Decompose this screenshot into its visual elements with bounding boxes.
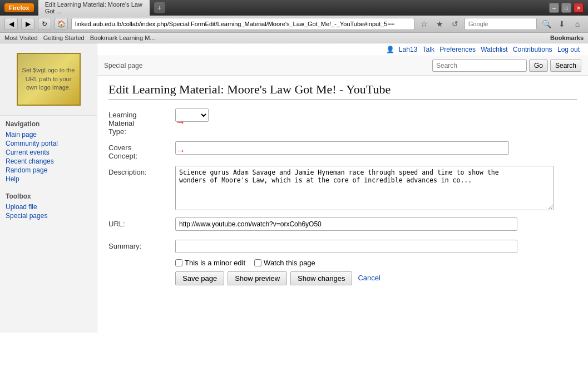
arrow-indicator-1: → <box>175 116 185 128</box>
description-row: Description: <box>108 166 577 212</box>
description-label: Description: <box>108 166 175 176</box>
watch-page-checkbox-label: Watch this page <box>254 259 315 267</box>
summary-row: Summary: <box>108 240 577 253</box>
bookmark-star-icon2[interactable]: ★ <box>433 18 446 30</box>
browser-window: Firefox Edit Learning Material: Moore's … <box>0 0 588 333</box>
sidebar-navigation: Navigation Main page Community portal Cu… <box>0 116 97 188</box>
sidebar-link-upload-file[interactable]: Upload file <box>6 202 91 211</box>
content-header: Special page Go Search <box>97 56 588 76</box>
bookmarks-bar: Most Visited Getting Started Bookmark Le… <box>0 33 588 43</box>
page-title: Edit Learning Material: Moore's Law Got … <box>108 82 577 100</box>
sidebar: Set $wgLogo to the URL path to your own … <box>0 43 97 333</box>
home-button[interactable]: 🏠 <box>55 18 68 30</box>
show-preview-button[interactable]: Show preview <box>228 271 287 285</box>
contributions-link[interactable]: Contributions <box>513 46 552 53</box>
sidebar-link-community-portal[interactable]: Community portal <box>6 139 91 148</box>
minor-edit-checkbox-label: This is a minor edit <box>175 259 245 267</box>
cancel-link[interactable]: Cancel <box>355 271 382 285</box>
username-link[interactable]: Lah13 <box>399 46 417 53</box>
arrow-indicator-2: → <box>175 145 185 157</box>
most-visited-bookmark[interactable]: Most Visited <box>4 34 38 41</box>
page-content: Edit Learning Material: Moore's Law Got … <box>97 76 588 296</box>
go-button[interactable]: Go <box>529 60 548 72</box>
save-page-button[interactable]: Save page <box>175 271 224 285</box>
header-search-input[interactable] <box>432 60 527 72</box>
covers-concept-field <box>175 141 577 155</box>
watch-page-checkbox[interactable] <box>254 259 261 266</box>
close-button[interactable]: ✕ <box>574 3 584 13</box>
logo-placeholder: Set $wgLogo to the URL path to your own … <box>17 53 81 106</box>
user-bar: 👤 Lah13 Talk Preferences Watchlist Contr… <box>97 43 588 56</box>
new-tab-button[interactable]: + <box>154 2 165 13</box>
url-field <box>175 217 577 231</box>
search-icon[interactable]: 🔍 <box>540 18 552 30</box>
user-icon: 👤 <box>386 46 394 53</box>
url-input[interactable] <box>175 217 517 231</box>
getting-started-bookmark[interactable]: Getting Started <box>43 34 85 41</box>
maximize-button[interactable]: □ <box>561 3 571 13</box>
bookmark-star-icon[interactable]: ☆ <box>418 18 430 30</box>
learning-material-type-label: LearningMaterialType: <box>108 108 175 136</box>
sidebar-link-random-page[interactable]: Random page <box>6 166 91 175</box>
forward-button[interactable]: ▶ <box>21 18 34 30</box>
refresh-icon[interactable]: ↺ <box>449 18 461 30</box>
summary-input[interactable] <box>175 240 517 253</box>
logout-link[interactable]: Log out <box>557 46 580 53</box>
learning-material-type-field <box>175 108 577 122</box>
summary-field <box>175 240 577 253</box>
summary-label: Summary: <box>108 240 175 250</box>
navigation-title: Navigation <box>6 120 91 128</box>
learning-material-type-row: → LearningMaterialType: <box>108 108 577 136</box>
browser-search-input[interactable] <box>465 18 537 30</box>
watchlist-link[interactable]: Watchlist <box>481 46 507 53</box>
talk-link[interactable]: Talk <box>423 46 434 53</box>
browser-navbar: ◀ ▶ ↻ 🏠 ☆ ★ ↺ 🔍 ⬇ ⌂ <box>0 16 588 33</box>
covers-concept-row: → CoversConcept: <box>108 141 577 160</box>
download-icon[interactable]: ⬇ <box>556 18 568 30</box>
description-field <box>175 166 577 212</box>
url-label: URL: <box>108 217 175 228</box>
covers-concept-input[interactable] <box>175 141 509 155</box>
sidebar-link-current-events[interactable]: Current events <box>6 148 91 157</box>
firefox-button[interactable]: Firefox <box>4 3 34 12</box>
window-controls: – □ ✕ <box>549 3 584 13</box>
toolbox-title: Toolbox <box>6 192 91 200</box>
tab-title: Edit Learning Material: Moore's Law Got … <box>45 1 143 14</box>
sidebar-link-help[interactable]: Help <box>6 175 91 184</box>
minor-edit-label: This is a minor edit <box>185 259 245 267</box>
sidebar-link-main-page[interactable]: Main page <box>6 130 91 139</box>
covers-concept-label: CoversConcept: <box>108 141 175 160</box>
browser-tab[interactable]: Edit Learning Material: Moore's Law Got … <box>38 0 150 17</box>
sidebar-link-special-pages[interactable]: Special pages <box>6 211 91 220</box>
url-row: URL: <box>108 217 577 231</box>
main-content: 👤 Lah13 Talk Preferences Watchlist Contr… <box>97 43 588 333</box>
home-icon[interactable]: ⌂ <box>571 18 584 30</box>
preferences-link[interactable]: Preferences <box>439 46 476 53</box>
minimize-button[interactable]: – <box>549 3 559 13</box>
bookmarks-label: Bookmarks <box>550 34 584 41</box>
minor-edit-checkbox[interactable] <box>175 259 182 266</box>
url-bar[interactable] <box>71 18 414 30</box>
description-textarea[interactable] <box>175 166 554 210</box>
back-button[interactable]: ◀ <box>4 18 18 30</box>
page-wrapper: Set $wgLogo to the URL path to your own … <box>0 43 588 333</box>
search-button[interactable]: Search <box>550 60 581 72</box>
watch-page-label: Watch this page <box>264 259 315 267</box>
checkboxes-row: This is a minor edit Watch this page <box>175 259 577 267</box>
reload-button[interactable]: ↻ <box>38 18 51 30</box>
buttons-row: Save page Show preview Show changes Canc… <box>175 271 577 285</box>
bookmark-learning-bookmark[interactable]: Bookmark Learning M... <box>90 34 155 41</box>
show-changes-button[interactable]: Show changes <box>290 271 352 285</box>
sidebar-link-recent-changes[interactable]: Recent changes <box>6 157 91 166</box>
logo-area: Set $wgLogo to the URL path to your own … <box>0 43 97 116</box>
header-search-container: Go Search <box>432 60 581 72</box>
browser-titlebar: Firefox Edit Learning Material: Moore's … <box>0 0 588 16</box>
sidebar-toolbox: Toolbox Upload file Special pages <box>0 188 97 225</box>
special-page-label: Special page <box>104 62 142 70</box>
